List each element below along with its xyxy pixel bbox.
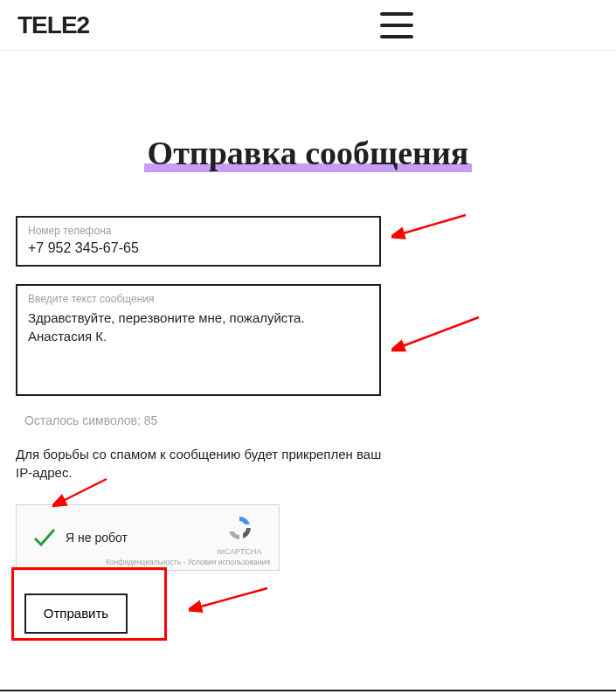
page-title: Отправка сообщения [0, 134, 616, 172]
annotation-arrow-icon [391, 208, 470, 247]
recaptcha-widget[interactable]: Я не робот reCAPTCHA Конфиденциальность … [16, 504, 280, 571]
message-label: Введите текст сообщения [28, 293, 369, 305]
recaptcha-brand: reCAPTCHA [209, 547, 270, 556]
chars-remaining: Осталось символов: 85 [24, 413, 616, 427]
logo: TELE2 [17, 11, 89, 39]
footer-divider [0, 690, 616, 691]
annotation-arrow-icon [189, 581, 276, 621]
annotation-arrow-icon [391, 310, 488, 358]
phone-input[interactable] [28, 240, 369, 256]
recaptcha-privacy: Конфиденциальность - Условия использован… [106, 558, 270, 566]
svg-line-2 [61, 479, 107, 502]
svg-line-3 [197, 588, 267, 607]
hamburger-menu-icon[interactable] [380, 12, 413, 38]
send-button[interactable]: Отправить [24, 593, 128, 634]
spam-note: Для борьбы со спамом к сообщению будет п… [16, 445, 383, 482]
phone-field-group[interactable]: Номер телефона [16, 216, 381, 267]
message-textarea[interactable]: Здравствуйте, перезвоните мне, пожалуйст… [28, 309, 369, 392]
recaptcha-icon [225, 514, 253, 542]
recaptcha-label: Я не робот [66, 531, 128, 545]
svg-line-1 [400, 317, 479, 347]
message-field-group[interactable]: Введите текст сообщения Здравствуйте, пе… [16, 284, 381, 396]
checkmark-icon [32, 525, 57, 550]
header: TELE2 [0, 0, 616, 51]
svg-line-0 [400, 215, 466, 234]
page-title-text: Отправка сообщения [144, 134, 473, 172]
phone-label: Номер телефона [28, 225, 369, 237]
recaptcha-badge: reCAPTCHA [209, 514, 270, 556]
